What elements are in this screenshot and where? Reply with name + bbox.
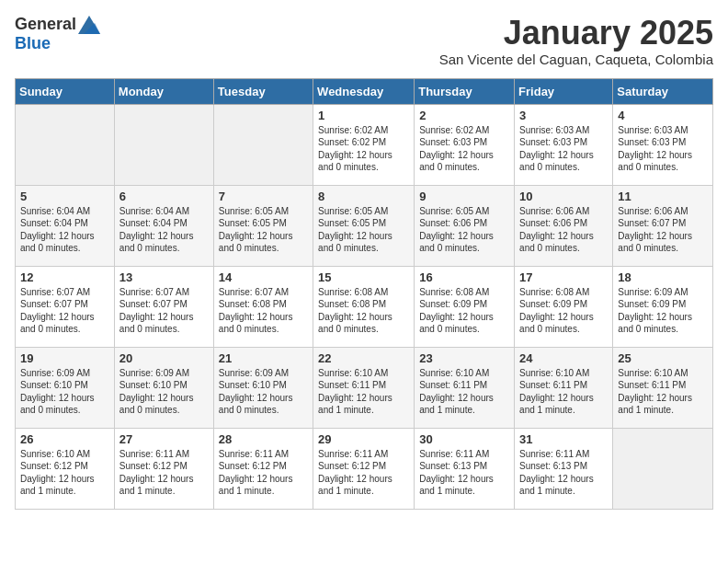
calendar-cell: 11Sunrise: 6:06 AM Sunset: 6:07 PM Dayli…: [613, 185, 713, 266]
calendar-header-friday: Friday: [515, 78, 613, 104]
day-info: Sunrise: 6:11 AM Sunset: 6:12 PM Dayligh…: [318, 448, 409, 498]
day-number: 16: [419, 270, 509, 284]
day-info: Sunrise: 6:10 AM Sunset: 6:12 PM Dayligh…: [20, 448, 109, 498]
calendar-cell: 7Sunrise: 6:05 AM Sunset: 6:05 PM Daylig…: [213, 185, 313, 266]
day-info: Sunrise: 6:03 AM Sunset: 6:03 PM Dayligh…: [618, 124, 708, 174]
day-number: 2: [419, 109, 509, 122]
day-info: Sunrise: 6:05 AM Sunset: 6:05 PM Dayligh…: [219, 205, 308, 255]
calendar-cell: 10Sunrise: 6:06 AM Sunset: 6:06 PM Dayli…: [515, 185, 613, 266]
calendar-cell: 6Sunrise: 6:04 AM Sunset: 6:04 PM Daylig…: [114, 185, 213, 266]
day-info: Sunrise: 6:08 AM Sunset: 6:09 PM Dayligh…: [419, 286, 509, 336]
day-info: Sunrise: 6:03 AM Sunset: 6:03 PM Dayligh…: [519, 124, 608, 174]
day-info: Sunrise: 6:08 AM Sunset: 6:09 PM Dayligh…: [519, 286, 608, 336]
calendar-week-row: 5Sunrise: 6:04 AM Sunset: 6:04 PM Daylig…: [16, 185, 713, 266]
calendar-week-row: 1Sunrise: 6:02 AM Sunset: 6:02 PM Daylig…: [16, 104, 713, 185]
calendar-cell: [16, 104, 115, 185]
day-number: 28: [219, 432, 308, 446]
day-info: Sunrise: 6:06 AM Sunset: 6:06 PM Dayligh…: [519, 205, 608, 255]
calendar-week-row: 26Sunrise: 6:10 AM Sunset: 6:12 PM Dayli…: [16, 428, 713, 509]
day-info: Sunrise: 6:11 AM Sunset: 6:12 PM Dayligh…: [119, 448, 209, 498]
day-number: 10: [519, 190, 608, 203]
calendar-cell: 18Sunrise: 6:09 AM Sunset: 6:09 PM Dayli…: [613, 266, 713, 347]
day-info: Sunrise: 6:07 AM Sunset: 6:07 PM Dayligh…: [119, 286, 209, 336]
calendar-cell: 28Sunrise: 6:11 AM Sunset: 6:12 PM Dayli…: [213, 428, 313, 509]
day-info: Sunrise: 6:05 AM Sunset: 6:05 PM Dayligh…: [318, 205, 409, 255]
calendar-cell: 26Sunrise: 6:10 AM Sunset: 6:12 PM Dayli…: [16, 428, 115, 509]
day-number: 26: [20, 432, 109, 446]
calendar-week-row: 12Sunrise: 6:07 AM Sunset: 6:07 PM Dayli…: [16, 266, 713, 347]
day-number: 21: [219, 351, 308, 365]
day-info: Sunrise: 6:02 AM Sunset: 6:03 PM Dayligh…: [419, 124, 509, 174]
day-info: Sunrise: 6:10 AM Sunset: 6:11 PM Dayligh…: [419, 367, 509, 417]
day-number: 31: [519, 432, 608, 446]
calendar-cell: 19Sunrise: 6:09 AM Sunset: 6:10 PM Dayli…: [16, 347, 115, 428]
page-header: General Blue January 2025 San Vicente de…: [15, 15, 713, 67]
calendar-header-sunday: Sunday: [16, 78, 115, 104]
calendar-cell: 25Sunrise: 6:10 AM Sunset: 6:11 PM Dayli…: [613, 347, 713, 428]
calendar-cell: 16Sunrise: 6:08 AM Sunset: 6:09 PM Dayli…: [415, 266, 515, 347]
day-info: Sunrise: 6:11 AM Sunset: 6:13 PM Dayligh…: [419, 448, 509, 498]
title-section: January 2025 San Vicente del Caguan, Caq…: [439, 15, 713, 67]
calendar-cell: 24Sunrise: 6:10 AM Sunset: 6:11 PM Dayli…: [515, 347, 613, 428]
day-number: 20: [119, 351, 209, 365]
day-number: 22: [318, 351, 409, 365]
day-info: Sunrise: 6:11 AM Sunset: 6:12 PM Dayligh…: [219, 448, 308, 498]
day-number: 19: [20, 351, 109, 365]
calendar-cell: 13Sunrise: 6:07 AM Sunset: 6:07 PM Dayli…: [114, 266, 213, 347]
day-number: 13: [119, 270, 209, 284]
calendar-cell: 12Sunrise: 6:07 AM Sunset: 6:07 PM Dayli…: [16, 266, 115, 347]
day-info: Sunrise: 6:09 AM Sunset: 6:10 PM Dayligh…: [119, 367, 209, 417]
day-number: 4: [618, 109, 708, 122]
day-number: 27: [119, 432, 209, 446]
calendar-cell: 17Sunrise: 6:08 AM Sunset: 6:09 PM Dayli…: [515, 266, 613, 347]
calendar-week-row: 19Sunrise: 6:09 AM Sunset: 6:10 PM Dayli…: [16, 347, 713, 428]
calendar-cell: 15Sunrise: 6:08 AM Sunset: 6:08 PM Dayli…: [313, 266, 415, 347]
month-title: January 2025: [439, 15, 713, 52]
day-number: 15: [318, 270, 409, 284]
day-number: 23: [419, 351, 509, 365]
day-info: Sunrise: 6:09 AM Sunset: 6:10 PM Dayligh…: [219, 367, 308, 417]
day-info: Sunrise: 6:04 AM Sunset: 6:04 PM Dayligh…: [119, 205, 209, 255]
day-info: Sunrise: 6:10 AM Sunset: 6:11 PM Dayligh…: [318, 367, 409, 417]
calendar-cell: 22Sunrise: 6:10 AM Sunset: 6:11 PM Dayli…: [313, 347, 415, 428]
day-info: Sunrise: 6:05 AM Sunset: 6:06 PM Dayligh…: [419, 205, 509, 255]
day-info: Sunrise: 6:06 AM Sunset: 6:07 PM Dayligh…: [618, 205, 708, 255]
day-number: 12: [20, 270, 109, 284]
calendar-header-monday: Monday: [114, 78, 213, 104]
day-info: Sunrise: 6:02 AM Sunset: 6:02 PM Dayligh…: [318, 124, 409, 174]
calendar-cell: [114, 104, 213, 185]
calendar-cell: [213, 104, 313, 185]
calendar-cell: 14Sunrise: 6:07 AM Sunset: 6:08 PM Dayli…: [213, 266, 313, 347]
logo-general-text: General: [15, 15, 76, 34]
calendar-cell: 3Sunrise: 6:03 AM Sunset: 6:03 PM Daylig…: [515, 104, 613, 185]
calendar-cell: 31Sunrise: 6:11 AM Sunset: 6:13 PM Dayli…: [515, 428, 613, 509]
calendar-header-wednesday: Wednesday: [313, 78, 415, 104]
day-number: 1: [318, 109, 409, 122]
day-info: Sunrise: 6:08 AM Sunset: 6:08 PM Dayligh…: [318, 286, 409, 336]
day-number: 5: [20, 190, 109, 203]
location: San Vicente del Caguan, Caqueta, Colombi…: [439, 52, 713, 67]
calendar-cell: 27Sunrise: 6:11 AM Sunset: 6:12 PM Dayli…: [114, 428, 213, 509]
calendar-cell: 29Sunrise: 6:11 AM Sunset: 6:12 PM Dayli…: [313, 428, 415, 509]
calendar-header-row: SundayMondayTuesdayWednesdayThursdayFrid…: [16, 78, 713, 104]
day-info: Sunrise: 6:09 AM Sunset: 6:09 PM Dayligh…: [618, 286, 708, 336]
logo-blue-text: Blue: [15, 34, 51, 53]
calendar-cell: 8Sunrise: 6:05 AM Sunset: 6:05 PM Daylig…: [313, 185, 415, 266]
day-number: 29: [318, 432, 409, 446]
day-number: 14: [219, 270, 308, 284]
day-number: 9: [419, 190, 509, 203]
calendar-table: SundayMondayTuesdayWednesdayThursdayFrid…: [15, 78, 713, 510]
day-number: 8: [318, 190, 409, 203]
calendar-cell: 1Sunrise: 6:02 AM Sunset: 6:02 PM Daylig…: [313, 104, 415, 185]
day-number: 24: [519, 351, 608, 365]
calendar-header-tuesday: Tuesday: [213, 78, 313, 104]
day-number: 18: [618, 270, 708, 284]
day-number: 17: [519, 270, 608, 284]
calendar-header-saturday: Saturday: [613, 78, 713, 104]
calendar-cell: 5Sunrise: 6:04 AM Sunset: 6:04 PM Daylig…: [16, 185, 115, 266]
calendar-cell: 2Sunrise: 6:02 AM Sunset: 6:03 PM Daylig…: [415, 104, 515, 185]
calendar-cell: 9Sunrise: 6:05 AM Sunset: 6:06 PM Daylig…: [415, 185, 515, 266]
day-number: 3: [519, 109, 608, 122]
day-info: Sunrise: 6:04 AM Sunset: 6:04 PM Dayligh…: [20, 205, 109, 255]
day-info: Sunrise: 6:10 AM Sunset: 6:11 PM Dayligh…: [519, 367, 608, 417]
